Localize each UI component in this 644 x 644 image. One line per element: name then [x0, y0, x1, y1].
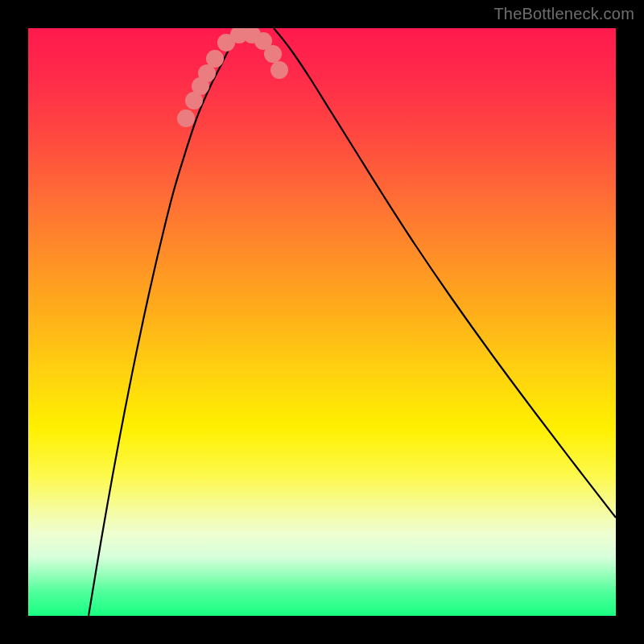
curve-layer [28, 28, 616, 616]
marker-dot [264, 45, 282, 63]
left-curve [89, 28, 240, 616]
plot-area [28, 28, 616, 616]
marker-group [177, 28, 288, 127]
chart-frame: TheBottleneck.com [0, 0, 644, 644]
right-curve [274, 28, 616, 518]
marker-dot [177, 109, 195, 127]
marker-dot [206, 50, 224, 68]
watermark-text: TheBottleneck.com [493, 5, 634, 23]
marker-dot [270, 61, 288, 79]
